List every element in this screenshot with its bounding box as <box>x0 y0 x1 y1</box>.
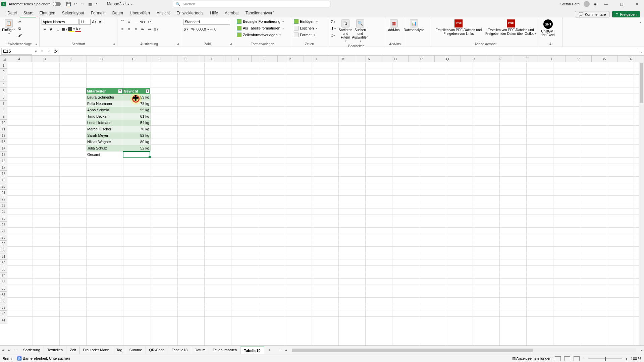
dec-decimal-icon[interactable]: ←.0 <box>210 26 216 32</box>
sheet-tab[interactable]: Zeilenumbruch <box>209 347 240 354</box>
row-header[interactable]: 30 <box>0 247 7 253</box>
row-header[interactable]: 1 <box>0 62 7 69</box>
row-header[interactable]: 37 <box>0 292 7 298</box>
filter-dropdown-icon[interactable]: ▾ <box>146 89 150 93</box>
border-icon[interactable]: ▦▾ <box>62 26 68 32</box>
table-row[interactable]: Sarah Meyer 52 kg <box>86 132 151 139</box>
row-header[interactable]: 3 <box>0 75 7 81</box>
fx-icon[interactable]: fx <box>53 49 59 54</box>
row-header[interactable]: 22 <box>0 196 7 202</box>
wrap-text-icon[interactable]: ↩ <box>146 19 152 25</box>
ribbon-tab-überprüfen[interactable]: Überprüfen <box>126 9 153 17</box>
row-header[interactable]: 6 <box>0 94 7 101</box>
filter-dropdown-icon[interactable]: ▾ <box>118 89 122 93</box>
row-header[interactable]: 12 <box>0 132 7 139</box>
row-header[interactable]: 14 <box>0 145 7 152</box>
comments-button[interactable]: 💬 Kommentare <box>575 11 609 17</box>
zoom-slider[interactable] <box>588 358 622 359</box>
dialog-launcher-icon[interactable]: ◢ <box>229 42 232 46</box>
sheet-nav-prev[interactable]: ◂ <box>0 348 6 352</box>
row-header[interactable]: 34 <box>0 273 7 279</box>
ribbon-tab-seitenlayout[interactable]: Seitenlayout <box>59 9 88 17</box>
row-header[interactable]: 26 <box>0 222 7 228</box>
row-header[interactable]: 27 <box>0 228 7 234</box>
table-row[interactable]: Julia Schulz 52 kg <box>86 145 151 152</box>
format-as-table-button[interactable]: Als Tabelle formatieren▾ <box>236 25 284 31</box>
percent-icon[interactable]: % <box>190 26 196 32</box>
row-header[interactable]: 11 <box>0 126 7 132</box>
row-header[interactable]: 29 <box>0 241 7 247</box>
select-all-corner[interactable] <box>0 56 7 62</box>
ribbon-tab-ansicht[interactable]: Ansicht <box>153 9 173 17</box>
paste-button[interactable]: 📋 Einfügen ▾ <box>2 19 15 36</box>
pagebreak-view-icon[interactable] <box>574 356 580 361</box>
row-header[interactable]: 7 <box>0 101 7 107</box>
table-row[interactable]: Laura Schneider 59 kg <box>86 94 151 101</box>
camera-icon[interactable]: ▦ <box>88 2 93 6</box>
row-header[interactable]: 2 <box>0 69 7 75</box>
maximize-button[interactable]: ▢ <box>616 2 627 6</box>
chatgpt-button[interactable]: GPTChatGPT for Excel <box>541 19 555 38</box>
qat-more-icon[interactable]: ▾ <box>96 2 100 6</box>
increase-font-icon[interactable]: A↑ <box>91 19 97 25</box>
bold-icon[interactable]: F <box>42 26 48 32</box>
ribbon-tab-acrobat[interactable]: Acrobat <box>221 9 242 17</box>
cancel-formula-icon[interactable]: ✕ <box>38 49 46 54</box>
row-header[interactable]: 4 <box>0 81 7 88</box>
autosave-toggle[interactable] <box>53 2 61 6</box>
row-header[interactable]: 24 <box>0 209 7 215</box>
new-sheet-button[interactable]: ＋ <box>264 348 275 353</box>
row-header[interactable]: 41 <box>0 317 7 323</box>
fill-icon[interactable]: ⬇▾ <box>330 25 336 32</box>
display-settings[interactable]: ▥ Anzeigeeinstellungen <box>512 356 551 361</box>
formula-expand-icon[interactable]: ⌄ <box>638 49 644 54</box>
table-header[interactable]: Gewicht▾ <box>123 88 151 94</box>
align-left-icon[interactable]: ≡ <box>119 26 125 32</box>
diamond-icon[interactable]: ◈ <box>594 2 596 6</box>
pdf-outlook-button[interactable]: PDFErstellen von PDF-Dateien und Freigeb… <box>485 19 537 36</box>
find-select-button[interactable]: 🔍Suchen und Auswählen▾ <box>354 19 367 44</box>
avatar[interactable] <box>584 1 590 7</box>
zoom-out-icon[interactable]: − <box>583 357 585 361</box>
table-header[interactable]: Mitarbeiter▾ <box>86 88 123 94</box>
row-header[interactable]: 32 <box>0 260 7 266</box>
align-top-icon[interactable]: ⎴ <box>119 19 125 25</box>
accessibility-status[interactable]: ♿ Barrierefreiheit: Untersuchen <box>17 356 70 361</box>
row-header[interactable]: 15 <box>0 152 7 158</box>
table-row[interactable]: Timo Becker 61 kg <box>86 113 151 120</box>
ribbon-tab-entwicklertools[interactable]: Entwicklertools <box>173 9 207 17</box>
table-row[interactable]: Felix Neumann 78 kg <box>86 101 151 107</box>
font-name-input[interactable] <box>42 19 78 25</box>
row-header[interactable]: 25 <box>0 215 7 222</box>
row-header[interactable]: 9 <box>0 113 7 120</box>
align-right-icon[interactable]: ≡ <box>133 26 139 32</box>
number-format-select[interactable] <box>183 19 230 25</box>
hscroll-left[interactable]: ◂ <box>284 348 288 352</box>
name-box[interactable] <box>1 48 32 55</box>
row-header[interactable]: 35 <box>0 279 7 285</box>
vertical-scrollbar[interactable] <box>639 62 644 345</box>
data-analysis-button[interactable]: 📊Datenanalyse <box>407 19 421 33</box>
align-bottom-icon[interactable]: ⎵ <box>133 19 139 25</box>
dialog-launcher-icon[interactable]: ◢ <box>176 42 179 46</box>
row-header[interactable]: 17 <box>0 164 7 171</box>
filename[interactable]: Mappe3.xlsx ▾ <box>107 2 133 6</box>
row-header[interactable]: 33 <box>0 266 7 273</box>
clear-icon[interactable]: ◇▾ <box>330 32 336 38</box>
orientation-icon[interactable]: ⟲▾ <box>140 19 146 25</box>
conditional-formatting-button[interactable]: Bedingte Formatierung▾ <box>236 19 284 24</box>
decrease-font-icon[interactable]: A↓ <box>98 19 104 25</box>
sheet-tab[interactable]: Textteilen <box>44 347 66 354</box>
comma-icon[interactable]: 000 <box>197 26 203 32</box>
zoom-in-icon[interactable]: + <box>625 357 627 361</box>
hscroll-right[interactable]: ▸ <box>639 348 644 352</box>
row-header[interactable]: 10 <box>0 120 7 126</box>
row-header[interactable]: 23 <box>0 202 7 209</box>
table-row[interactable]: Anna Schmid 55 kg <box>86 107 151 113</box>
sheet-nav-menu[interactable]: ⋯ <box>12 348 20 352</box>
ribbon-tab-einfügen[interactable]: Einfügen <box>36 9 58 17</box>
fill-color-icon[interactable]: ⬛▾ <box>68 26 74 32</box>
dialog-launcher-icon[interactable]: ◢ <box>35 42 37 46</box>
enter-formula-icon[interactable]: ✓ <box>46 49 53 54</box>
ribbon-tab-tabellenentwurf[interactable]: Tabellenentwurf <box>242 9 277 17</box>
